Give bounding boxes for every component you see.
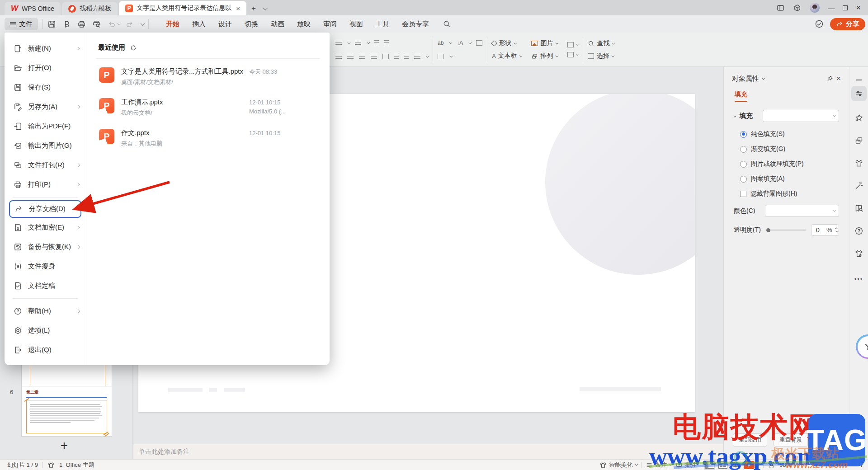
workspace-cube-icon[interactable] — [793, 4, 802, 12]
color-select[interactable] — [765, 205, 839, 217]
tab-list-button[interactable] — [259, 2, 270, 15]
justify-icon[interactable] — [371, 54, 377, 59]
recent-file-row[interactable]: P 作文.pptx 来自：其他电脑 12-01 10:15 — [98, 123, 318, 154]
hide-background-checkbox[interactable]: 隐藏背景图形(H) — [740, 190, 839, 198]
menu-item-new[interactable]: 新建(N) — [5, 39, 86, 58]
reset-background-button[interactable]: 重置背景 — [774, 433, 808, 446]
tab-wps-home[interactable]: W WPS Office — [5, 2, 61, 15]
option-picture-texture-fill[interactable]: 图片或纹理填充(P) — [740, 160, 839, 168]
tab-docer-templates[interactable]: 找稻壳模板 — [62, 2, 118, 15]
zoom-in-button[interactable]: + — [859, 461, 863, 469]
transparency-slider[interactable] — [766, 228, 806, 232]
smartart-convert-icon[interactable] — [476, 40, 482, 46]
distribute-icon[interactable] — [382, 54, 389, 59]
zoom-track[interactable] — [807, 465, 857, 465]
fill-color-button[interactable] — [567, 42, 578, 47]
zoom-out-button[interactable]: − — [800, 461, 804, 469]
menu-item-options[interactable]: 选项(L) — [5, 321, 86, 340]
add-slide-button[interactable]: + — [55, 438, 73, 453]
menu-item-backup-restore[interactable]: 备份与恢复(K) — [5, 237, 86, 257]
save-button[interactable] — [47, 20, 56, 28]
transparency-value-box[interactable]: 0 % — [811, 224, 839, 236]
new-tab-button[interactable]: + — [248, 2, 259, 15]
theme-name[interactable]: 1_Office 主题 — [59, 461, 94, 469]
frame-style-button[interactable] — [567, 52, 578, 57]
ai-assistant-button[interactable] — [856, 334, 868, 359]
line-height-icon[interactable] — [414, 54, 420, 59]
menu-item-save[interactable]: 保存(S) — [5, 78, 86, 97]
textbox-button[interactable]: A文本框 — [492, 52, 521, 60]
line-spacing-down-icon[interactable] — [404, 54, 409, 59]
value-spinner[interactable] — [834, 228, 838, 232]
option-solid-fill[interactable]: 纯色填充(S) — [740, 130, 839, 138]
panel-title-dropdown-icon[interactable] — [762, 76, 765, 80]
arrange-button[interactable]: 排列 — [531, 52, 557, 60]
menu-item-print[interactable]: 打印(P) — [5, 175, 86, 194]
menu-item-share-document[interactable]: 分享文档(D) — [9, 200, 81, 218]
align-center-icon[interactable] — [347, 54, 354, 59]
picture-button[interactable]: 图片 — [531, 39, 557, 47]
menu-animation[interactable]: 动画 — [264, 15, 291, 33]
menu-view[interactable]: 视图 — [343, 15, 369, 33]
export-pdf-button[interactable] — [62, 20, 71, 28]
menu-insert[interactable]: 插入 — [186, 15, 212, 33]
tab-document-active[interactable]: P 文字是人类用符号记录表达信息以 × — [119, 1, 246, 15]
effects-star-button[interactable] — [851, 110, 867, 126]
restore-button[interactable] — [843, 5, 848, 10]
menu-item-file-slim[interactable]: 文件瘦身 — [5, 257, 86, 276]
recent-file-row[interactable]: P 文字是人类用符号记录...方式和工具.pptx 桌面/素材/文档素材/ 今天… — [98, 61, 318, 92]
print-preview-button[interactable] — [92, 20, 101, 28]
menu-review[interactable]: 审阅 — [317, 15, 343, 33]
option-pattern-fill[interactable]: 图案填充(A) — [740, 175, 839, 183]
menu-item-open[interactable]: 打开(O) — [5, 58, 86, 78]
menu-transition[interactable]: 切换 — [238, 15, 264, 33]
close-panel-icon[interactable]: × — [836, 74, 841, 83]
pin-panel-icon[interactable] — [826, 75, 834, 82]
menu-item-export-image[interactable]: 输出为图片(G) — [5, 136, 86, 155]
split-screen-icon[interactable] — [776, 4, 785, 12]
user-avatar[interactable] — [810, 3, 820, 13]
menu-home[interactable]: 开始 — [160, 15, 186, 33]
fill-style-select[interactable] — [763, 110, 839, 122]
menu-tools[interactable]: 工具 — [369, 15, 396, 33]
refresh-icon[interactable] — [130, 44, 137, 52]
design-shirt-button[interactable] — [851, 155, 867, 171]
notes-button[interactable]: 备注 — [646, 461, 671, 469]
menu-item-encrypt[interactable]: 文档加密(E) — [5, 218, 86, 237]
fit-slide-button[interactable] — [768, 461, 775, 469]
menu-item-save-as[interactable]: 另存为(A) — [5, 97, 86, 117]
recent-file-row[interactable]: P 工作演示.pptx 我的云文档/ 12-01 10:15 Mozilla/5… — [98, 92, 318, 123]
menu-member[interactable]: 会员专享 — [396, 15, 435, 33]
search-icon[interactable] — [443, 20, 451, 28]
zoom-knob[interactable] — [830, 462, 835, 467]
slider-knob[interactable] — [766, 228, 770, 232]
align-left-icon[interactable] — [335, 54, 342, 59]
select-button[interactable]: 选择 — [588, 52, 614, 60]
share-button[interactable]: 分享 — [830, 18, 865, 30]
menu-item-export-pdf[interactable]: 输出为PDF(F) — [5, 117, 86, 136]
customize-qat-icon[interactable] — [141, 21, 145, 26]
reference-search-button[interactable] — [851, 201, 867, 216]
skin-settings-button[interactable] — [851, 246, 867, 261]
print-button[interactable] — [77, 20, 86, 28]
notes-input-bar[interactable]: 单击此处添加备注 — [133, 444, 723, 459]
fill-tab[interactable]: 填充 — [735, 90, 747, 102]
numbered-list-icon[interactable] — [355, 39, 361, 47]
help-button[interactable] — [851, 223, 867, 239]
option-gradient-fill[interactable]: 渐变填充(G) — [740, 145, 839, 153]
magic-wand-button[interactable] — [851, 178, 867, 193]
menu-item-help[interactable]: 帮助(H) — [5, 301, 86, 321]
collapse-panel-button[interactable] — [851, 72, 867, 88]
zoom-slider[interactable]: − + — [800, 461, 863, 469]
align-right-icon[interactable] — [359, 54, 365, 59]
shapes-button[interactable]: 形状 — [492, 39, 521, 47]
redo-button[interactable] — [126, 20, 134, 28]
menu-slideshow[interactable]: 放映 — [291, 15, 317, 33]
minimize-button[interactable]: — — [828, 4, 835, 12]
zoom-level-button[interactable]: 98% — [779, 461, 796, 468]
apply-to-all-button[interactable]: 全部应用 — [733, 433, 767, 446]
bullet-list-icon[interactable] — [335, 39, 342, 47]
object-properties-button[interactable] — [851, 86, 867, 101]
smart-beautify-button[interactable]: 智能美化 — [599, 461, 637, 469]
undo-button[interactable] — [107, 20, 119, 28]
